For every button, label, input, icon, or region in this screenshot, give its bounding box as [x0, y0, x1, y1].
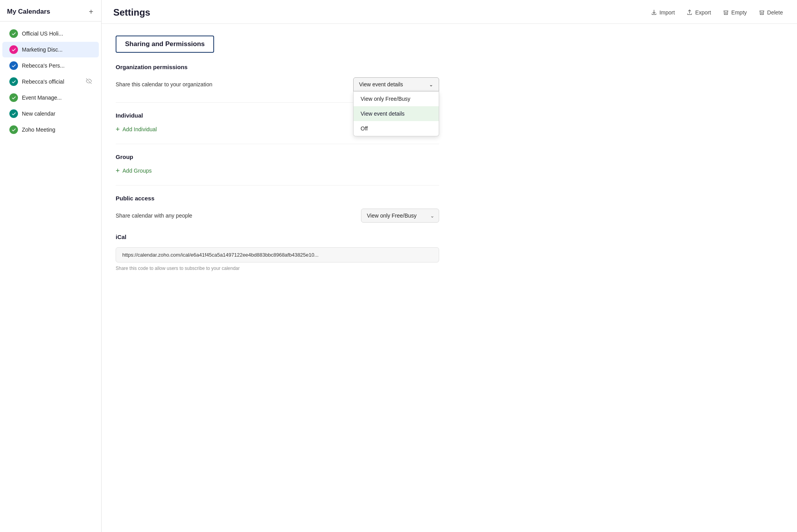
import-label: Import — [659, 9, 675, 16]
sharing-permissions-box: Sharing and Permissions — [116, 36, 214, 53]
calendar-color-icon — [9, 93, 18, 102]
eye-off-icon — [86, 78, 92, 85]
calendar-item-label: Official US Holi... — [22, 30, 92, 37]
delete-icon — [759, 9, 765, 16]
add-individual-button[interactable]: + Add Individual — [116, 126, 157, 133]
calendar-color-icon — [9, 29, 18, 38]
public-access-label: Public access — [116, 195, 439, 202]
import-icon — [651, 9, 657, 16]
export-label: Export — [695, 9, 711, 16]
add-calendar-button[interactable]: + — [88, 8, 94, 16]
share-org-row: Share this calendar to your organization… — [116, 77, 439, 91]
add-groups-label: Add Groups — [123, 168, 152, 174]
org-permission-option-view-event-details[interactable]: View event details — [354, 106, 439, 121]
plus-icon-2: + — [116, 167, 120, 174]
public-access-dropdown[interactable]: View only Free/Busy View event details O… — [361, 209, 439, 223]
calendar-item-label: Event Manage... — [22, 95, 92, 101]
empty-icon — [723, 9, 729, 16]
sidebar-item-marketing-disc[interactable]: Marketing Disc... — [2, 42, 99, 57]
add-individual-label: Add Individual — [123, 126, 157, 132]
org-permission-selected: View event details — [359, 81, 403, 87]
sidebar-item-rebeccas-pers[interactable]: Rebecca's Pers... — [2, 58, 99, 73]
export-icon — [686, 9, 693, 16]
org-permission-trigger[interactable]: View event details ⌄ — [353, 77, 439, 91]
org-permission-option-off[interactable]: Off — [354, 121, 439, 136]
sidebar-header: My Calendars + — [0, 8, 101, 21]
divider-2 — [116, 144, 439, 144]
sidebar-item-zoho-meeting[interactable]: Zoho Meeting — [2, 122, 99, 137]
page-title: Settings — [113, 7, 150, 18]
toolbar: Import Export Empty Delete — [649, 8, 785, 17]
add-groups-button[interactable]: + Add Groups — [116, 167, 152, 174]
calendar-color-icon — [9, 45, 18, 54]
empty-button[interactable]: Empty — [720, 8, 749, 17]
calendar-color-icon — [9, 109, 18, 118]
public-access-select[interactable]: View only Free/Busy View event details O… — [361, 209, 439, 223]
top-bar: Settings Import Export Empty Delete — [102, 0, 797, 24]
org-permissions-label: Organization permissions — [116, 64, 439, 70]
calendar-list: Official US Holi...Marketing Disc...Rebe… — [0, 25, 101, 138]
calendar-item-label: Rebecca's official — [22, 79, 84, 85]
share-org-label: Share this calendar to your organization — [116, 81, 212, 87]
calendar-color-icon — [9, 77, 18, 86]
calendar-item-label: Rebecca's Pers... — [22, 62, 92, 69]
sharing-permissions-title: Sharing and Permissions — [125, 40, 205, 48]
sidebar: My Calendars + Official US Holi...Market… — [0, 0, 102, 532]
sidebar-item-event-manage[interactable]: Event Manage... — [2, 90, 99, 105]
sidebar-item-rebeccas-official[interactable]: Rebecca's official — [2, 74, 99, 89]
ical-url[interactable]: https://calendar.zoho.com/ical/e6a41f45c… — [116, 247, 439, 262]
org-permission-option-view-free-busy[interactable]: View only Free/Busy — [354, 91, 439, 106]
export-button[interactable]: Export — [684, 8, 713, 17]
delete-label: Delete — [767, 9, 783, 16]
calendar-item-label: Zoho Meeting — [22, 127, 92, 133]
settings-content: Sharing and Permissions Organization per… — [102, 24, 453, 283]
ical-hint: Share this code to allow users to subscr… — [116, 266, 439, 271]
org-permission-menu: View only Free/BusyView event detailsOff — [353, 91, 439, 136]
delete-button[interactable]: Delete — [756, 8, 785, 17]
share-any-label: Share calendar with any people — [116, 212, 192, 219]
share-any-row: Share calendar with any people View only… — [116, 209, 439, 223]
org-permission-dropdown[interactable]: View event details ⌄ View only Free/Busy… — [353, 77, 439, 91]
chevron-down-icon: ⌄ — [429, 82, 433, 87]
ical-label: iCal — [116, 234, 439, 240]
plus-icon: + — [116, 126, 120, 133]
main-content: Settings Import Export Empty Delete Shar… — [102, 0, 797, 532]
divider-3 — [116, 185, 439, 186]
calendar-item-label: Marketing Disc... — [22, 46, 92, 53]
calendar-color-icon — [9, 125, 18, 134]
sidebar-title: My Calendars — [7, 8, 50, 16]
calendar-item-label: New calendar — [22, 111, 92, 117]
calendar-color-icon — [9, 61, 18, 70]
sidebar-item-official-us[interactable]: Official US Holi... — [2, 26, 99, 41]
sidebar-item-new-calendar[interactable]: New calendar — [2, 106, 99, 121]
empty-label: Empty — [731, 9, 747, 16]
group-label: Group — [116, 154, 439, 160]
import-button[interactable]: Import — [649, 8, 677, 17]
